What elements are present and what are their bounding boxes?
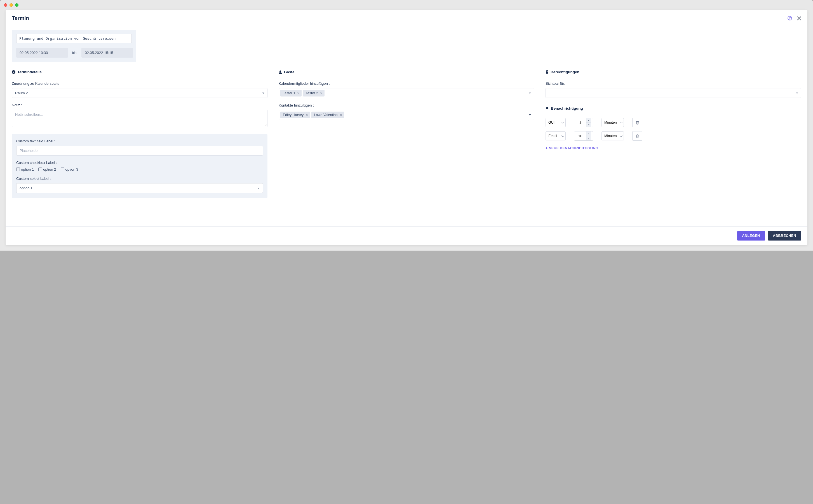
traffic-lights <box>4 3 18 7</box>
app-window: Termin Planung und Organisation von Gesc… <box>0 0 813 251</box>
contacts-multiselect[interactable]: Edley Harvey ✕ Lowe Valentina ✕ <box>279 110 534 120</box>
trash-icon <box>636 121 639 124</box>
bell-icon <box>546 107 549 110</box>
modal-header: Termin <box>6 10 807 26</box>
modal-footer: ANLEGEN ABBRECHEN <box>6 226 807 245</box>
step-up-icon[interactable]: ▲ <box>586 131 591 136</box>
notification-type-select[interactable]: GUI <box>546 118 566 127</box>
appointment-title-input[interactable]: Planung und Organisation von Geschäftsre… <box>16 34 132 43</box>
delete-notification-button[interactable] <box>632 118 642 127</box>
member-chip: Tester 2 ✕ <box>303 90 324 96</box>
date-from-input[interactable] <box>16 48 68 58</box>
help-icon[interactable] <box>788 16 792 20</box>
user-icon <box>279 70 282 74</box>
custom-fields-box: Custom text field Label : Custom checkbo… <box>12 134 267 198</box>
contact-chip: Edley Harvey ✕ <box>280 112 310 118</box>
step-down-icon[interactable]: ▼ <box>586 136 591 141</box>
svg-rect-3 <box>13 72 14 73</box>
custom-select-label: Custom select Label : <box>16 176 263 181</box>
notifications-header: Benachrichtigung <box>546 106 801 113</box>
calendar-column-select[interactable]: Raum 2 <box>12 88 267 98</box>
notification-row: GUI ▲▼ Minuten <box>546 118 801 127</box>
notification-unit-select[interactable]: Minuten <box>601 118 624 127</box>
step-up-icon[interactable]: ▲ <box>586 118 591 123</box>
titlebar <box>0 0 813 10</box>
custom-checkbox-label: Custom checkbox Label : <box>16 161 263 165</box>
guests-header: Gäste <box>279 70 534 77</box>
chevron-down-icon <box>529 93 531 94</box>
custom-text-input[interactable] <box>16 146 263 156</box>
custom-checkbox-row: option 1 option 2 option 3 <box>16 167 263 171</box>
svg-point-4 <box>13 71 14 71</box>
info-icon <box>12 70 15 74</box>
modal-title: Termin <box>12 15 29 21</box>
chevron-down-icon <box>529 114 531 116</box>
details-header: Termindetails <box>12 70 267 77</box>
remove-chip-icon[interactable]: ✕ <box>297 91 300 95</box>
notification-number-input[interactable] <box>574 118 586 127</box>
title-date-box: Planung und Organisation von Geschäftsre… <box>12 30 136 62</box>
notification-unit-select[interactable]: Minuten <box>601 131 624 140</box>
step-down-icon[interactable]: ▼ <box>586 123 591 127</box>
assign-label: Zuordnung zu Kalenderspalte : <box>12 81 267 86</box>
close-icon[interactable] <box>797 16 801 20</box>
details-column: Termindetails Zuordnung zu Kalenderspalt… <box>12 70 267 198</box>
contact-chip: Lowe Valentina ✕ <box>311 112 344 118</box>
date-separator-label: bis: <box>72 51 77 55</box>
visible-for-select[interactable] <box>546 88 801 98</box>
notification-row: Email ▲▼ Minuten <box>546 131 801 141</box>
trash-icon <box>636 134 639 138</box>
lock-icon <box>546 70 549 74</box>
remove-chip-icon[interactable]: ✕ <box>340 113 342 117</box>
svg-point-5 <box>279 70 281 72</box>
delete-notification-button[interactable] <box>632 131 642 141</box>
notification-number-stepper[interactable]: ▲▼ <box>574 118 593 127</box>
contacts-label: Kontakte hinzufügen : <box>279 103 534 107</box>
guests-column: Gäste Kalendermitglieder hinzufügen : Te… <box>279 70 534 198</box>
window-zoom-icon[interactable] <box>15 3 18 7</box>
notification-number-stepper[interactable]: ▲▼ <box>574 131 593 141</box>
window-minimize-icon[interactable] <box>10 3 13 7</box>
notification-number-input[interactable] <box>574 131 586 140</box>
note-label: Notiz : <box>12 103 267 107</box>
members-label: Kalendermitglieder hinzufügen : <box>279 81 534 86</box>
add-notification-link[interactable]: + NEUE BENACHRICHTIGUNG <box>546 146 598 150</box>
svg-point-1 <box>789 19 790 20</box>
permissions-header: Berechtigungen <box>546 70 801 77</box>
custom-text-label: Custom text field Label : <box>16 139 263 143</box>
visible-for-label: Sichtbar für: <box>546 81 801 86</box>
appointment-modal: Termin Planung und Organisation von Gesc… <box>6 10 807 245</box>
notification-type-select[interactable]: Email <box>546 131 566 140</box>
member-chip: Tester 1 ✕ <box>280 90 302 96</box>
custom-select[interactable]: option 1 <box>16 183 263 193</box>
note-textarea[interactable] <box>12 110 267 127</box>
permissions-column: Berechtigungen Sichtbar für: Benachricht… <box>546 70 801 198</box>
checkbox-option-1[interactable]: option 1 <box>16 167 34 171</box>
date-to-input[interactable] <box>81 48 133 58</box>
create-button[interactable]: ANLEGEN <box>737 231 765 241</box>
window-close-icon[interactable] <box>4 3 7 7</box>
checkbox-option-3[interactable]: option 3 <box>61 167 78 171</box>
remove-chip-icon[interactable]: ✕ <box>320 91 323 95</box>
cancel-button[interactable]: ABBRECHEN <box>768 231 801 241</box>
members-multiselect[interactable]: Tester 1 ✕ Tester 2 ✕ <box>279 88 534 98</box>
modal-body: Planung und Organisation von Geschäftsre… <box>6 26 807 226</box>
remove-chip-icon[interactable]: ✕ <box>306 113 308 117</box>
checkbox-option-2[interactable]: option 2 <box>38 167 56 171</box>
svg-rect-6 <box>546 72 548 74</box>
